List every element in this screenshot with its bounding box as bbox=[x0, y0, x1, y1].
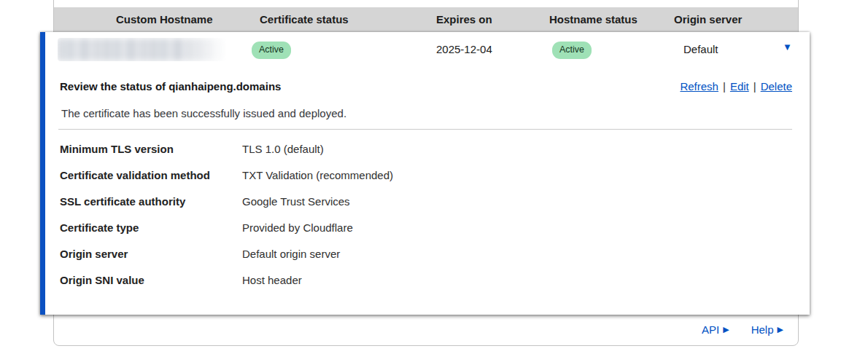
expires-on-value: 2025-12-04 bbox=[436, 43, 492, 55]
detail-value: Provided by Cloudflare bbox=[242, 221, 353, 234]
detail-value: TXT Validation (recommended) bbox=[242, 169, 393, 181]
api-link-label: API bbox=[702, 323, 719, 336]
expanded-hostname-panel: Active 2025-12-04 Active Default ▼ Revie… bbox=[40, 32, 810, 315]
api-link[interactable]: API ▶ bbox=[702, 323, 729, 336]
certificate-status-badge: Active bbox=[252, 42, 291, 59]
edit-link[interactable]: Edit bbox=[730, 80, 749, 93]
detail-label: Minimum TLS version bbox=[60, 143, 174, 155]
table-footer-links: API ▶ Help ▶ bbox=[702, 323, 783, 336]
chevron-down-icon[interactable]: ▼ bbox=[783, 42, 792, 52]
help-link[interactable]: Help ▶ bbox=[751, 323, 783, 336]
detail-row-origin-sni-value: Origin SNI value Host header bbox=[60, 274, 789, 287]
detail-label: SSL certificate authority bbox=[60, 195, 185, 208]
detail-row-certificate-type: Certificate type Provided by Cloudflare bbox=[60, 221, 789, 235]
column-header-expires-on: Expires on bbox=[436, 13, 492, 25]
refresh-link[interactable]: Refresh bbox=[680, 80, 718, 93]
hostname-status-badge: Active bbox=[552, 42, 592, 59]
delete-link[interactable]: Delete bbox=[761, 80, 792, 93]
detail-value: TLS 1.0 (default) bbox=[242, 143, 324, 155]
detail-row-minimum-tls-version: Minimum TLS version TLS 1.0 (default) bbox=[60, 143, 789, 156]
detail-value: Default origin server bbox=[242, 248, 340, 260]
action-separator: | bbox=[753, 80, 756, 93]
arrow-right-icon: ▶ bbox=[723, 326, 729, 334]
column-header-hostname-status: Hostname status bbox=[549, 13, 638, 25]
panel-description: The certificate has been successfully is… bbox=[61, 107, 346, 119]
redacted-custom-hostname bbox=[58, 38, 227, 61]
panel-divider bbox=[58, 129, 792, 130]
help-link-label: Help bbox=[751, 323, 774, 336]
detail-label: Origin server bbox=[60, 248, 128, 260]
detail-value: Host header bbox=[242, 274, 302, 286]
detail-label: Certificate type bbox=[60, 221, 139, 234]
detail-row-certificate-validation-method: Certificate validation method TXT Valida… bbox=[60, 169, 789, 182]
action-separator: | bbox=[723, 80, 726, 93]
panel-title: Review the status of qianhaipeng.domains bbox=[60, 80, 281, 93]
detail-label: Origin SNI value bbox=[60, 274, 144, 286]
detail-label: Certificate validation method bbox=[60, 169, 210, 181]
detail-row-ssl-certificate-authority: SSL certificate authority Google Trust S… bbox=[60, 195, 789, 208]
column-header-certificate-status: Certificate status bbox=[260, 13, 349, 25]
table-header-row: Custom Hostname Certificate status Expir… bbox=[54, 7, 798, 32]
detail-row-origin-server: Origin server Default origin server bbox=[60, 248, 789, 261]
arrow-right-icon: ▶ bbox=[778, 326, 783, 334]
detail-value: Google Trust Services bbox=[242, 195, 350, 208]
origin-server-dropdown-value[interactable]: Default bbox=[683, 43, 718, 55]
panel-action-links: Refresh|Edit|Delete bbox=[680, 80, 792, 93]
column-header-custom-hostname: Custom Hostname bbox=[116, 13, 213, 25]
column-header-origin-server: Origin server bbox=[674, 13, 742, 25]
